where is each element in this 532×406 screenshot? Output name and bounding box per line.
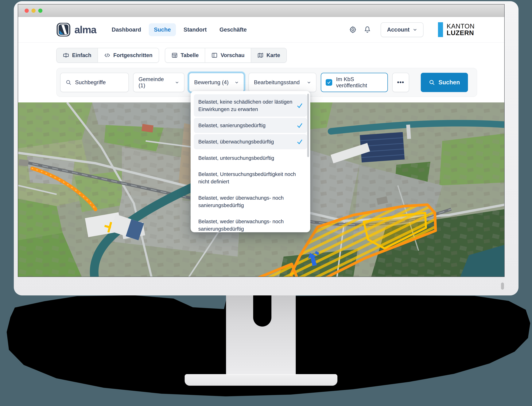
- option-label: Belastet, überwachungsbedürftig: [198, 139, 274, 145]
- option-label: Belastet, keine schädlichen oder lästige…: [198, 99, 292, 112]
- option-label: Belastet, sanierungsbedürftig: [198, 123, 266, 128]
- kanton-logo-bar: [438, 22, 443, 37]
- gemeinde-dropdown[interactable]: Gemeinde (1): [133, 73, 184, 92]
- window-titlebar: [18, 4, 504, 17]
- split-view-icon: [211, 52, 218, 58]
- chevron-down-icon: [235, 80, 239, 85]
- header-right: Account KANTON LUZERN: [349, 22, 475, 37]
- bewertung-option[interactable]: Belastet, untersuchungsbedürftig: [194, 151, 307, 166]
- kbs-label: Im KbS veröffentlicht: [336, 76, 383, 89]
- kanton-luzern-logo: KANTON LUZERN: [438, 22, 475, 37]
- option-label: Belastet, untersuchungsbedürftig: [198, 155, 274, 161]
- nav-dashboard[interactable]: Dashboard: [107, 23, 146, 36]
- account-button[interactable]: Account: [381, 22, 423, 37]
- check-icon: [296, 122, 303, 129]
- table-icon: [171, 52, 178, 58]
- bewertung-option[interactable]: Belastet, überwachungsbedürftig: [194, 134, 307, 149]
- check-icon: [296, 138, 303, 145]
- bewertung-option[interactable]: Belastet, sanierungsbedürftig: [194, 118, 307, 133]
- bewertung-option[interactable]: Belastet, weder überwachungs- noch sanie…: [194, 214, 307, 232]
- toggle-tabelle[interactable]: Tabelle: [165, 48, 205, 62]
- bearbeitungsstand-label: Bearbeitungsstand: [254, 79, 300, 86]
- alma-wordmark[interactable]: alma: [74, 24, 96, 36]
- bewertung-option[interactable]: Belastet, Untersuchungsbedürftigkeit noc…: [194, 167, 307, 189]
- chevron-down-icon: [307, 80, 311, 85]
- toggle-fortgeschritten[interactable]: Fortgeschritten: [98, 48, 159, 62]
- map-icon: [257, 52, 264, 58]
- toggle-label: Vorschau: [221, 52, 244, 58]
- dropdown-scrollbar[interactable]: [307, 94, 309, 157]
- toggle-vorschau[interactable]: Vorschau: [205, 48, 251, 62]
- kbs-checkbox-button[interactable]: Im KbS veröffentlicht: [321, 73, 388, 92]
- nav-suche[interactable]: Suche: [149, 23, 176, 36]
- zoom-window-button[interactable]: [38, 9, 42, 13]
- toggle-karte[interactable]: Karte: [251, 48, 286, 62]
- suchen-label: Suchen: [439, 79, 460, 86]
- code-icon: [104, 52, 110, 58]
- bearbeitungsstand-dropdown[interactable]: Bearbeitungsstand: [249, 73, 316, 92]
- bewertung-option[interactable]: Belastet, weder überwachungs- noch sanie…: [194, 190, 307, 213]
- layout-toggle-group: Tabelle Vorschau Karte: [165, 48, 287, 63]
- monitor-stand-base: [185, 374, 337, 386]
- account-label: Account: [387, 27, 409, 33]
- monitor-power-button[interactable]: [501, 283, 504, 290]
- monitor-stand: [226, 294, 296, 375]
- stand-cable-hole: [253, 294, 271, 326]
- gear-icon[interactable]: [349, 26, 357, 34]
- option-label: Belastet, Untersuchungsbedürftigkeit noc…: [198, 171, 296, 184]
- ellipsis-icon: •••: [397, 79, 404, 86]
- kanton-line2: LUZERN: [447, 30, 475, 36]
- minimize-window-button[interactable]: [31, 9, 36, 13]
- suchen-button[interactable]: Suchen: [421, 73, 468, 92]
- bell-icon[interactable]: [363, 26, 371, 34]
- main-nav: Dashboard Suche Standort Geschäfte: [107, 23, 252, 36]
- chevron-down-icon: [175, 80, 179, 85]
- toggle-label: Tabelle: [181, 52, 199, 58]
- search-icon: [66, 80, 72, 85]
- toggle-einfach[interactable]: Einfach: [57, 48, 98, 62]
- bewertung-dropdown-panel: Belastet, keine schädlichen oder lästige…: [191, 91, 310, 232]
- page: alma Dashboard Suche Standort Geschäfte …: [0, 0, 532, 406]
- bewertung-label: Bewertung (4): [194, 79, 229, 86]
- checkbox-checked-icon[interactable]: [326, 79, 332, 86]
- search-placeholder: Suchbegriffe: [75, 79, 106, 86]
- kanton-line1: KANTON: [447, 23, 475, 30]
- close-window-button[interactable]: [25, 9, 29, 13]
- nav-geschaefte[interactable]: Geschäfte: [214, 23, 252, 36]
- chevron-down-icon: [413, 27, 417, 32]
- input-cursor-icon: [63, 52, 69, 58]
- option-label: Belastet, weder überwachungs- noch sanie…: [198, 195, 284, 208]
- bewertung-option[interactable]: Belastet, keine schädlichen oder lästige…: [194, 94, 307, 117]
- view-toolbar: Einfach Fortgeschritten Tabelle: [18, 43, 504, 68]
- browser-window: alma Dashboard Suche Standort Geschäfte …: [18, 4, 505, 277]
- toggle-label: Karte: [266, 52, 280, 58]
- more-filters-button[interactable]: •••: [392, 73, 409, 92]
- gemeinde-label: Gemeinde (1): [139, 76, 171, 89]
- toggle-label: Einfach: [72, 52, 91, 58]
- mode-toggle-group: Einfach Fortgeschritten: [56, 48, 159, 63]
- nav-standort[interactable]: Standort: [178, 23, 212, 36]
- search-input[interactable]: Suchbegriffe: [60, 73, 129, 92]
- search-icon: [429, 79, 435, 86]
- app-header: alma Dashboard Suche Standort Geschäfte …: [18, 17, 504, 43]
- bewertung-dropdown-trigger[interactable]: Bewertung (4): [189, 73, 244, 92]
- check-icon: [296, 102, 303, 109]
- toggle-label: Fortgeschritten: [113, 52, 152, 58]
- alma-logo-icon[interactable]: [56, 22, 71, 37]
- option-label: Belastet, weder überwachungs- noch sanie…: [198, 218, 284, 232]
